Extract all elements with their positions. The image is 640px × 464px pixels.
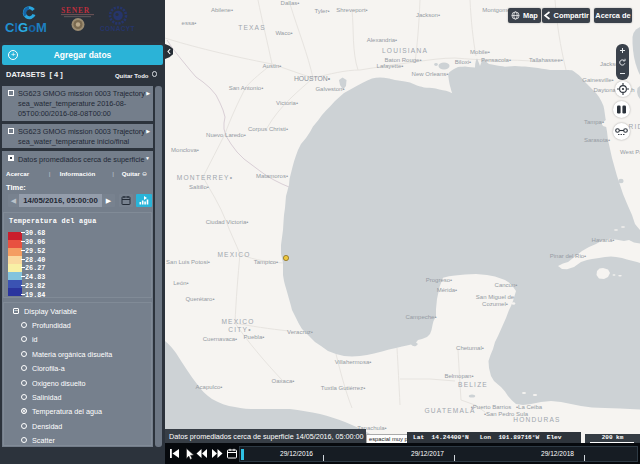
svg-text:essa•: essa• [182,20,197,26]
svg-text:Cozumel•: Cozumel• [482,301,508,307]
svg-text:Pinar del Rio•: Pinar del Rio• [550,253,586,259]
svg-text:Gainesville•: Gainesville• [582,77,613,83]
svg-text:Sarasota•: Sarasota• [584,137,610,143]
svg-text:Tampico•: Tampico• [254,259,278,265]
svg-text:Monclova•: Monclova• [171,147,199,153]
svg-text:Oaxaca•: Oaxaca• [272,378,295,384]
svg-text:Cancún•: Cancún• [495,282,518,288]
svg-text:CIGoM: CIGoM [5,20,47,35]
svg-text:HONDURAS: HONDURAS [513,416,560,423]
svg-text:Dallas•: Dallas• [281,0,300,6]
svg-text:MEXICO: MEXICO [221,318,254,325]
svg-text:Puebla•: Puebla• [244,334,265,340]
svg-text:Lafayette•: Lafayette• [377,63,404,69]
svg-text:Galveston•: Galveston• [315,86,344,92]
svg-text:MONTERREY•: MONTERREY• [177,174,233,181]
svg-text:Ciudad Victoria•: Ciudad Victoria• [206,219,249,225]
svg-text:Saltillo•: Saltillo• [189,184,209,190]
svg-text:SENER: SENER [61,6,90,15]
svg-text:Pensacola•: Pensacola• [481,57,511,63]
svg-text:Biloxi•: Biloxi• [455,59,471,65]
svg-text:Abilene•: Abilene• [211,7,233,13]
svg-text:LOUISIANA: LOUISIANA [382,47,428,54]
svg-text:Campeche•: Campeche• [405,314,436,320]
svg-text:•Puerto Barrios: •Puerto Barrios [471,404,511,410]
svg-text:•La Ceiba: •La Ceiba [516,404,543,410]
svg-text:Acapulco•: Acapulco• [196,384,223,390]
svg-text:Tyler•: Tyler• [314,8,329,14]
svg-text:San Luis Potosi•: San Luis Potosi• [166,259,210,265]
svg-text:Jackson•: Jackson• [416,12,440,18]
svg-text:Tuxtla Gutiérrez•: Tuxtla Gutiérrez• [321,385,366,391]
svg-text:Mérida•: Mérida• [437,287,457,293]
svg-text:Villahermosa•: Villahermosa• [335,359,372,365]
svg-text:MEXICO: MEXICO [217,251,250,258]
svg-text:Veracruz•: Veracruz• [287,329,313,335]
svg-text:Havana•: Havana• [592,237,615,243]
svg-text:Querétaro•: Querétaro• [185,296,214,302]
svg-text:San Antonio•: San Antonio• [229,85,263,91]
svg-text:Progreso•: Progreso• [426,277,452,283]
svg-text:CONACYT: CONACYT [100,25,135,32]
svg-text:Matamoros•: Matamoros• [256,173,288,179]
svg-text:Nuevo Laredo•: Nuevo Laredo• [206,132,246,138]
svg-text:Austin•: Austin• [263,63,282,69]
svg-text:Belmopan•: Belmopan• [444,373,473,379]
svg-text:GUATEMALA: GUATEMALA [425,407,476,414]
svg-text:Mobile•: Mobile• [470,49,490,55]
svg-text:BELIZE: BELIZE [458,381,488,388]
svg-text:San Miguel de: San Miguel de [476,294,515,300]
svg-text:León•: León• [173,280,188,286]
svg-text:HOUSTON•: HOUSTON• [294,75,331,82]
svg-text:Alexandria•: Alexandria• [367,37,397,43]
svg-text:West Pal: West Pal [620,149,640,155]
svg-text:Chetumal•: Chetumal• [456,345,484,351]
svg-text:TEXAS: TEXAS [238,24,266,31]
svg-text:CITY•: CITY• [228,326,251,333]
svg-text:Corpus Christi•: Corpus Christi• [248,126,288,132]
svg-text:Tampa•: Tampa• [584,119,604,125]
svg-text:Victoria•: Victoria• [276,100,298,106]
svg-text:RID: RID [629,123,640,130]
svg-text:Shreveport•: Shreveport• [336,7,367,13]
svg-text:New Orleans•: New Orleans• [412,71,449,77]
svg-text:Cuernavaca•: Cuernavaca• [203,336,237,342]
svg-text:Tallahassee•: Tallahassee• [529,57,563,63]
svg-text:Waco•: Waco• [275,30,292,36]
